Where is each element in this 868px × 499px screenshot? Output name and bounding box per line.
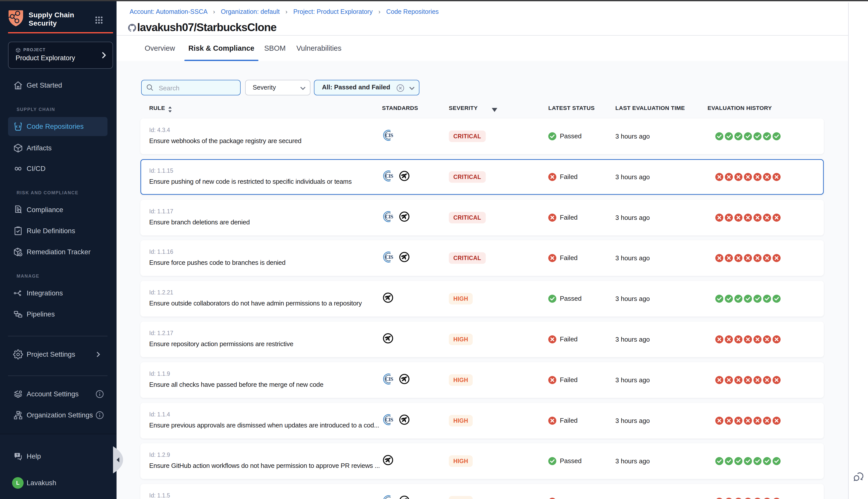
svg-text:?: ?: [16, 453, 18, 457]
